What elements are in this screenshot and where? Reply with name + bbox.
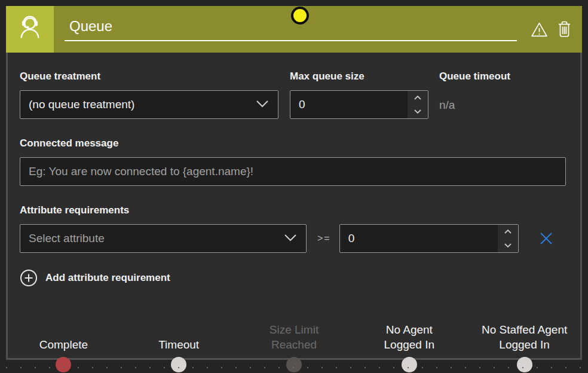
spinner-up-icon[interactable] <box>498 225 518 239</box>
connected-message-input[interactable]: Eg: You are now connected to {agent.name… <box>20 157 566 186</box>
attribute-operator: >= <box>317 233 331 244</box>
plus-circle-icon <box>20 269 38 287</box>
header-actions <box>530 20 572 38</box>
queue-node: Queue <box>6 6 582 360</box>
input-port[interactable] <box>291 7 309 25</box>
attribute-requirements-section: Attribute requirements Select attribute … <box>20 204 566 253</box>
queue-treatment-value: (no queue treatment) <box>29 98 134 111</box>
connected-message-section: Connected message Eg: You are now connec… <box>20 137 566 186</box>
output-port-no-agent-logged-in[interactable] <box>402 357 417 372</box>
attribute-value: 0 <box>340 232 498 245</box>
max-queue-size-input[interactable]: 0 <box>290 90 428 119</box>
spinner-down-icon[interactable] <box>408 105 428 118</box>
chevron-down-icon <box>284 233 297 244</box>
output-port-no-staffed-agent-logged-in[interactable] <box>517 357 532 372</box>
queue-treatment-select[interactable]: (no queue treatment) <box>20 90 278 119</box>
add-attribute-button[interactable]: Add attribute requirement <box>20 269 566 287</box>
attribute-value-spinner <box>498 225 518 252</box>
queue-timeout-value: n/a <box>439 90 566 112</box>
connected-message-label: Connected message <box>20 137 566 149</box>
queue-timeout-label: Queue timeout <box>439 71 566 82</box>
attribute-requirements-label: Attribute requirements <box>20 204 566 216</box>
remove-attribute-icon[interactable] <box>538 231 554 246</box>
canvas-grid-dots <box>6 367 588 368</box>
output-labels: Complete Timeout Size Limit Reached No A… <box>6 322 582 352</box>
node-body: Queue treatment (no queue treatment) Max… <box>6 53 582 360</box>
max-queue-size-label: Max queue size <box>290 71 428 82</box>
output-label-complete: Complete <box>6 322 121 352</box>
output-port-complete[interactable] <box>56 357 71 372</box>
attribute-select[interactable]: Select attribute <box>20 224 307 253</box>
max-queue-size-spinner <box>408 91 428 118</box>
output-label-no-agent-logged-in: No Agent Logged In <box>351 322 467 352</box>
node-title-field[interactable]: Queue <box>65 18 517 41</box>
chevron-down-icon <box>256 99 269 110</box>
queue-treatment-label: Queue treatment <box>20 71 278 82</box>
output-label-size-limit-reached: Size Limit Reached <box>237 322 352 352</box>
connected-message-placeholder: Eg: You are now connected to {agent.name… <box>29 165 253 178</box>
spinner-up-icon[interactable] <box>408 91 428 105</box>
flow-canvas: { "node": { "title": "Queue", "header_ic… <box>0 0 588 373</box>
queue-settings-row: Queue treatment (no queue treatment) Max… <box>20 71 566 119</box>
max-queue-size-value: 0 <box>290 98 408 111</box>
agent-headset-icon <box>16 14 44 45</box>
attribute-select-placeholder: Select attribute <box>29 232 105 245</box>
output-ports <box>6 357 582 372</box>
delete-icon[interactable] <box>556 20 572 38</box>
output-port-timeout[interactable] <box>171 357 186 372</box>
output-port-size-limit-reached <box>286 357 302 372</box>
attribute-value-input[interactable]: 0 <box>339 224 519 253</box>
output-label-no-staffed-agent-logged-in: No Staffed Agent Logged In <box>467 322 582 352</box>
node-type-icon-square <box>6 6 54 53</box>
node-header-bar: Queue <box>54 6 582 53</box>
spinner-down-icon[interactable] <box>498 239 518 252</box>
output-label-timeout: Timeout <box>121 322 237 352</box>
add-attribute-label: Add attribute requirement <box>45 272 170 284</box>
warning-icon[interactable] <box>530 21 549 38</box>
